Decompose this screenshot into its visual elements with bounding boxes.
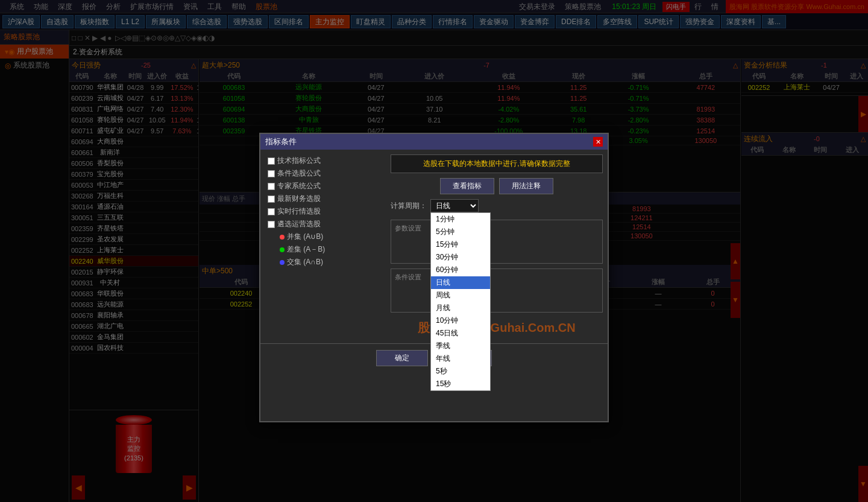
dropdown-option-15sec[interactable]: 15秒 [431, 378, 490, 390]
checkbox-expert[interactable] [268, 183, 275, 190]
calc-period-row: 计算周期： 1分钟5分钟15分钟30分钟60分钟日线周线月线10分钟45日线季线… [391, 199, 603, 212]
dialog-right-panel: 选股在下载的本地数据中进行,请确保数据完整 查看指标 用法注释 计算周期： 1分… [391, 154, 603, 338]
dropdown-option-10min[interactable]: 10分钟 [431, 314, 490, 327]
checkbox-select[interactable] [268, 221, 275, 228]
period-select[interactable]: 1分钟5分钟15分钟30分钟60分钟日线周线月线10分钟45日线季线年线5秒15… [430, 199, 479, 212]
indicator-dialog: 指标条件 ✕ 技术指标公式 条件选股公式 专家系统公式 [259, 133, 609, 422]
view-indicator-button[interactable]: 查看指标 [440, 178, 494, 194]
usage-note-button[interactable]: 用法注释 [499, 178, 553, 194]
dialog-title: 指标条件 [265, 136, 297, 147]
dialog-watermark: 股海网 Www.Guhai.Com.CN [391, 317, 603, 338]
tree-label-conditional: 条件选股公式 [277, 168, 321, 179]
dropdown-option-15min[interactable]: 15分钟 [431, 238, 490, 251]
dialog-title-bar: 指标条件 ✕ [260, 134, 608, 150]
dropdown-option-45day[interactable]: 45日线 [431, 327, 490, 340]
period-dropdown-wrapper: 1分钟5分钟15分钟30分钟60分钟日线周线月线10分钟45日线季线年线5秒15… [430, 199, 479, 212]
dropdown-option-60min[interactable]: 60分钟 [431, 264, 490, 276]
tree-sub-intersect[interactable]: 交集 (A∩B) [277, 256, 386, 268]
tree-label-realtime: 实时行情选股 [277, 206, 321, 217]
tree-item-financial[interactable]: 最新财务选股 [265, 192, 386, 205]
param-settings-section: 参数设置 [391, 220, 603, 264]
dropdown-option-yearly[interactable]: 年线 [431, 352, 490, 365]
dialog-close-button[interactable]: ✕ [593, 137, 603, 147]
tree-sub-union[interactable]: 并集 (A∪B) [277, 230, 386, 243]
dialog-action-buttons: 查看指标 用法注释 [391, 178, 603, 194]
dialog-body: 技术指标公式 条件选股公式 专家系统公式 最新财务选股 实时行情选股 [260, 150, 608, 343]
dropdown-option-5sec[interactable]: 5秒 [431, 365, 490, 378]
tree-label-expert: 专家系统公式 [277, 181, 321, 191]
tree-label-financial: 最新财务选股 [277, 194, 321, 204]
checkbox-realtime[interactable] [268, 208, 275, 215]
condition-settings-area [395, 284, 599, 308]
dialog-confirm-button[interactable]: 确定 [376, 350, 428, 366]
condition-settings-section: 条件设置 [391, 268, 603, 313]
param-settings-area [395, 235, 599, 259]
tree-sub-diff-label: 差集 (A－B) [287, 244, 325, 255]
dialog-overlay[interactable]: 指标条件 ✕ 技术指标公式 条件选股公式 专家系统公式 [0, 0, 868, 502]
dropdown-option-quarterly[interactable]: 季线 [431, 340, 490, 352]
period-dropdown-list[interactable]: 1分钟 5分钟 15分钟 30分钟 60分钟 日线 周线 月线 10分钟 45日… [430, 212, 491, 391]
tree-sub-intersect-label: 交集 (A∩B) [287, 257, 323, 267]
tree-item-realtime[interactable]: 实时行情选股 [265, 205, 386, 218]
dialog-tree: 技术指标公式 条件选股公式 专家系统公式 最新财务选股 实时行情选股 [265, 154, 386, 338]
calc-period-section: 计算周期： 1分钟5分钟15分钟30分钟60分钟日线周线月线10分钟45日线季线… [391, 199, 603, 215]
tree-item-conditional[interactable]: 条件选股公式 [265, 167, 386, 180]
dot-icon-union [280, 235, 285, 240]
tree-sub-union-label: 并集 (A∪B) [287, 232, 323, 242]
tree-sub-section: 并集 (A∪B) 差集 (A－B) 交集 (A∩B) [265, 230, 386, 268]
tree-item-expert[interactable]: 专家系统公式 [265, 180, 386, 192]
dropdown-option-30min[interactable]: 30分钟 [431, 251, 490, 264]
dropdown-option-weekly[interactable]: 周线 [431, 289, 490, 302]
checkbox-conditional[interactable] [268, 170, 275, 177]
dot-icon-diff [280, 247, 285, 252]
tree-label-select: 遴选运营选股 [277, 219, 321, 229]
dropdown-option-1min[interactable]: 1分钟 [431, 213, 490, 226]
dropdown-option-5min[interactable]: 5分钟 [431, 226, 490, 238]
dot-icon-intersect [280, 260, 285, 265]
calc-period-label: 计算周期： [391, 201, 427, 211]
checkbox-financial[interactable] [268, 195, 275, 203]
tree-item-select[interactable]: 遴选运营选股 [265, 218, 386, 230]
condition-settings-label: 条件设置 [395, 273, 599, 282]
tree-label-technical: 技术指标公式 [277, 156, 321, 166]
tree-item-technical[interactable]: 技术指标公式 [265, 154, 386, 167]
param-settings-label: 参数设置 [395, 224, 599, 233]
dropdown-option-daily[interactable]: 日线 [431, 276, 490, 289]
tree-sub-diff[interactable]: 差集 (A－B) [277, 243, 386, 256]
checkbox-technical[interactable] [268, 157, 275, 165]
dialog-notice: 选股在下载的本地数据中进行,请确保数据完整 [391, 154, 603, 173]
dropdown-option-monthly[interactable]: 月线 [431, 302, 490, 314]
